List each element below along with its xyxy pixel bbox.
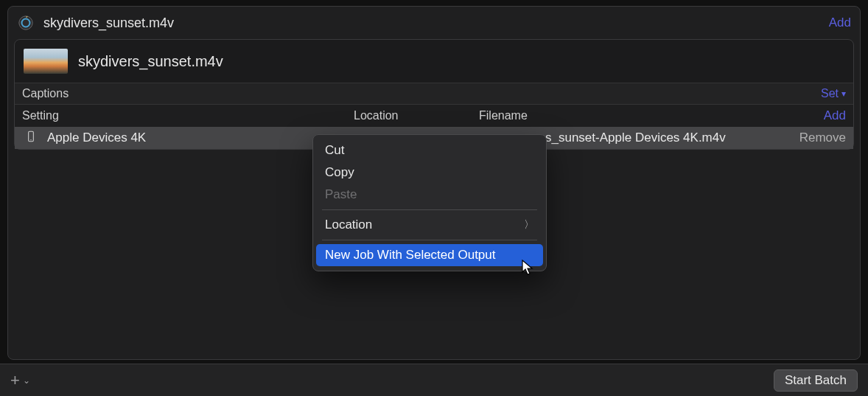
compressor-app-icon <box>17 14 35 32</box>
panel-title: skydivers_sunset.m4v <box>43 15 174 31</box>
ctx-separator <box>322 209 537 210</box>
ctx-new-job[interactable]: New Job With Selected Output <box>316 244 543 266</box>
phone-icon <box>25 131 40 145</box>
col-setting: Setting <box>22 109 354 122</box>
captions-label: Captions <box>22 87 69 100</box>
add-job-button[interactable]: Add <box>829 15 851 30</box>
ctx-location[interactable]: Location 〉 <box>313 214 546 236</box>
ctx-cut[interactable]: Cut <box>313 139 546 161</box>
output-setting-label: Apple Devices 4K <box>47 131 146 145</box>
footer-bar: + ⌄ Start Batch <box>0 364 868 396</box>
columns-header: Setting Location Filename Add <box>15 105 853 127</box>
output-setting: Apple Devices 4K <box>25 131 346 145</box>
chevron-right-icon: 〉 <box>524 218 534 232</box>
start-batch-button[interactable]: Start Batch <box>774 369 858 392</box>
cursor-icon <box>522 260 535 279</box>
chevron-down-icon: ⌄ <box>23 375 30 386</box>
video-thumbnail <box>24 49 68 74</box>
chevron-down-icon: ▾ <box>841 88 846 99</box>
add-menu-button[interactable]: + ⌄ <box>10 371 30 390</box>
panel-header: skydivers_sunset.m4v Add <box>8 7 860 39</box>
col-location: Location <box>354 109 479 122</box>
job-card: skydivers_sunset.m4v Captions Set ▾ Sett… <box>14 39 854 150</box>
set-captions-button[interactable]: Set ▾ <box>821 87 846 100</box>
ctx-separator <box>322 240 537 240</box>
ctx-paste: Paste <box>313 184 546 206</box>
plus-icon: + <box>10 371 20 390</box>
remove-output-button[interactable]: Remove <box>787 131 846 145</box>
job-header[interactable]: skydivers_sunset.m4v <box>15 40 853 83</box>
job-title: skydivers_sunset.m4v <box>78 53 223 70</box>
context-menu: Cut Copy Paste Location 〉 New Job With S… <box>312 134 547 271</box>
add-output-button[interactable]: Add <box>802 108 846 123</box>
ctx-copy[interactable]: Copy <box>313 161 546 184</box>
col-filename: Filename <box>479 109 802 122</box>
svg-point-3 <box>30 139 31 140</box>
set-label: Set <box>821 87 839 100</box>
captions-row: Captions Set ▾ <box>15 83 853 105</box>
